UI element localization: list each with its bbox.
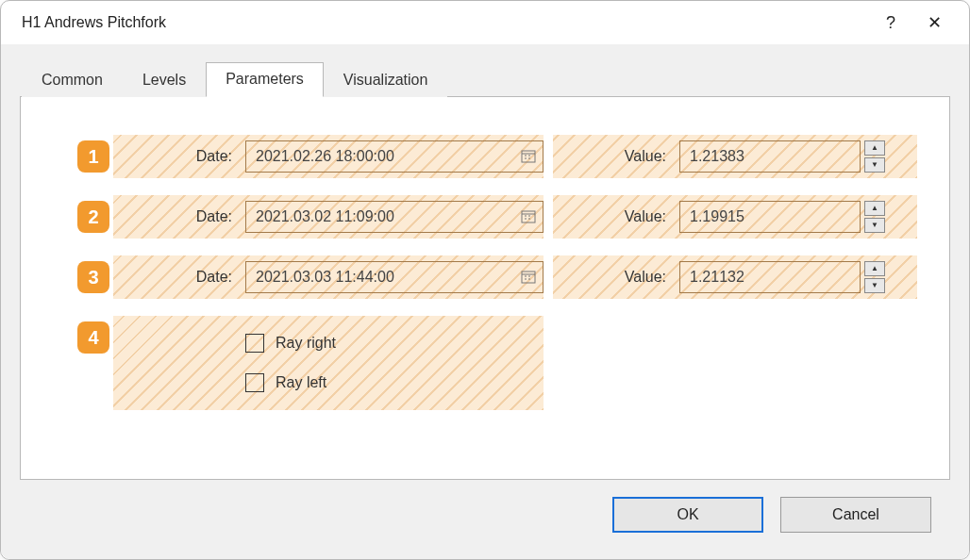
value-label: Value:: [553, 269, 679, 286]
value-area: Value: 1.19915 ▲ ▼: [553, 195, 917, 239]
date-input-1[interactable]: 2021.02.26 18:00:00: [245, 140, 544, 173]
value-input-wrap: 1.19915 ▲ ▼: [679, 201, 885, 233]
ray-left-row: Ray left: [113, 363, 544, 403]
param-row-1: 1 Date: 2021.02.26 18:00:00 Value:: [77, 135, 917, 178]
param-row-3: 3 Date: 2021.03.03 11:44:00 Value:: [77, 255, 917, 299]
tab-panel-parameters: 1 Date: 2021.02.26 18:00:00 Value:: [20, 96, 950, 480]
window-title: H1 Andrews Pitchfork: [22, 14, 869, 31]
ray-options-area: Ray right Ray left: [113, 316, 544, 410]
date-label: Date:: [113, 208, 245, 225]
ok-button[interactable]: OK: [612, 497, 763, 533]
svg-rect-12: [522, 272, 535, 283]
tab-parameters[interactable]: Parameters: [206, 62, 324, 97]
dialog-window: H1 Andrews Pitchfork ? ✕ Common Levels P…: [0, 0, 970, 560]
content-area: Common Levels Parameters Visualization 1…: [1, 44, 969, 559]
row-number-badge: 1: [77, 140, 109, 173]
tab-common[interactable]: Common: [22, 63, 123, 97]
value-text: 1.19915: [690, 208, 744, 225]
help-icon: ?: [886, 13, 895, 33]
tab-visualization[interactable]: Visualization: [324, 63, 448, 97]
param-row-4: 4 Ray right Ray left: [77, 316, 917, 410]
value-area: Value: 1.21132 ▲ ▼: [553, 255, 917, 299]
ray-right-row: Ray right: [113, 323, 544, 363]
calendar-icon[interactable]: [520, 148, 537, 165]
spin-down-button[interactable]: ▼: [864, 218, 885, 233]
value-spinner: ▲ ▼: [864, 261, 885, 293]
date-area: Date: 2021.03.02 11:09:00: [113, 195, 544, 239]
help-button[interactable]: ?: [869, 1, 912, 44]
param-row-2: 2 Date: 2021.03.02 11:09:00 Value:: [77, 195, 917, 239]
date-area: Date: 2021.03.03 11:44:00: [113, 255, 544, 299]
value-spinner: ▲ ▼: [864, 140, 885, 173]
value-input-1[interactable]: 1.21383: [679, 140, 861, 173]
spin-up-button[interactable]: ▲: [864, 201, 885, 216]
date-label: Date:: [113, 148, 245, 165]
date-area: Date: 2021.02.26 18:00:00: [113, 135, 544, 178]
date-value: 2021.03.03 11:44:00: [256, 269, 520, 286]
value-input-2[interactable]: 1.19915: [679, 201, 861, 233]
row-number-badge: 3: [77, 261, 109, 293]
tab-strip: Common Levels Parameters Visualization: [20, 61, 950, 96]
value-input-wrap: 1.21132 ▲ ▼: [679, 261, 885, 293]
svg-rect-0: [522, 151, 535, 162]
calendar-icon[interactable]: [520, 208, 537, 225]
tab-levels[interactable]: Levels: [123, 63, 206, 97]
value-label: Value:: [553, 148, 679, 165]
value-spinner: ▲ ▼: [864, 201, 885, 233]
row-number-badge: 2: [77, 201, 109, 233]
spin-down-button[interactable]: ▼: [864, 157, 885, 173]
date-value: 2021.03.02 11:09:00: [256, 208, 520, 225]
spin-up-button[interactable]: ▲: [864, 140, 885, 156]
value-text: 1.21383: [690, 148, 744, 165]
value-text: 1.21132: [690, 269, 744, 286]
value-input-wrap: 1.21383 ▲ ▼: [679, 140, 885, 173]
close-icon: ✕: [928, 12, 942, 33]
cancel-button[interactable]: Cancel: [780, 497, 931, 533]
ray-left-checkbox[interactable]: [245, 373, 264, 392]
calendar-icon[interactable]: [520, 269, 537, 286]
titlebar: H1 Andrews Pitchfork ? ✕: [1, 1, 969, 44]
value-area: Value: 1.21383 ▲ ▼: [553, 135, 917, 178]
value-input-3[interactable]: 1.21132: [679, 261, 861, 293]
svg-rect-6: [522, 211, 535, 222]
ray-right-checkbox[interactable]: [245, 334, 264, 353]
date-label: Date:: [113, 269, 245, 286]
spin-up-button[interactable]: ▲: [864, 261, 885, 276]
value-label: Value:: [553, 208, 679, 225]
ray-right-label: Ray right: [276, 335, 336, 352]
date-input-3[interactable]: 2021.03.03 11:44:00: [245, 261, 544, 293]
date-value: 2021.02.26 18:00:00: [256, 148, 520, 165]
tabs-container: Common Levels Parameters Visualization 1…: [20, 61, 950, 480]
date-input-2[interactable]: 2021.03.02 11:09:00: [245, 201, 544, 233]
dialog-footer: OK Cancel: [20, 480, 950, 550]
row-number-badge: 4: [77, 321, 109, 354]
close-button[interactable]: ✕: [912, 1, 956, 44]
spin-down-button[interactable]: ▼: [864, 278, 885, 293]
ray-left-label: Ray left: [276, 374, 326, 391]
